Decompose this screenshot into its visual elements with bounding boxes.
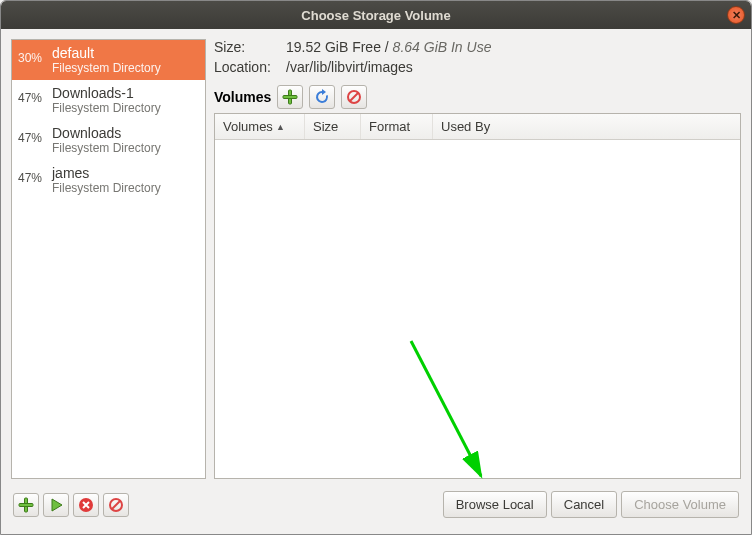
size-free: 19.52 GiB Free (286, 39, 381, 55)
pool-item-james[interactable]: 47% james Filesystem Directory (12, 160, 205, 200)
location-value: /var/lib/libvirt/images (286, 59, 413, 75)
pool-name: Downloads-1 (52, 85, 199, 101)
delete-pool-button[interactable] (103, 493, 129, 517)
browse-local-button[interactable]: Browse Local (443, 491, 547, 518)
pool-name: default (52, 45, 199, 61)
prohibit-icon (346, 89, 362, 105)
pool-usage: 47% (18, 165, 52, 185)
stop-pool-button[interactable] (73, 493, 99, 517)
pool-type: Filesystem Directory (52, 181, 199, 195)
size-used: 8.64 GiB In Use (393, 39, 492, 55)
volumes-label: Volumes (214, 89, 271, 105)
svg-line-8 (112, 501, 120, 509)
add-pool-button[interactable] (13, 493, 39, 517)
choose-volume-button: Choose Volume (621, 491, 739, 518)
close-icon[interactable]: ✕ (727, 6, 745, 24)
titlebar: Choose Storage Volume ✕ (1, 1, 751, 29)
cancel-button[interactable]: Cancel (551, 491, 617, 518)
svg-rect-1 (283, 96, 297, 99)
table-body (215, 140, 740, 478)
pool-usage: 47% (18, 85, 52, 105)
pool-name: Downloads (52, 125, 199, 141)
volumes-table: Volumes Size Format Used By (214, 113, 741, 479)
pool-type: Filesystem Directory (52, 61, 199, 75)
prohibit-icon (108, 497, 124, 513)
col-volumes[interactable]: Volumes (215, 114, 305, 139)
pool-name: james (52, 165, 199, 181)
start-pool-button[interactable] (43, 493, 69, 517)
pool-usage: 47% (18, 125, 52, 145)
pool-item-downloads1[interactable]: 47% Downloads-1 Filesystem Directory (12, 80, 205, 120)
col-usedby[interactable]: Used By (433, 114, 740, 139)
pool-type: Filesystem Directory (52, 141, 199, 155)
pool-list: 30% default Filesystem Directory 47% Dow… (11, 39, 206, 479)
pool-type: Filesystem Directory (52, 101, 199, 115)
svg-line-3 (350, 93, 358, 101)
delete-volume-button[interactable] (341, 85, 367, 109)
pool-info: Size: 19.52 GiB Free / 8.64 GiB In Use L… (214, 39, 741, 79)
svg-rect-5 (19, 503, 33, 506)
add-volume-button[interactable] (277, 85, 303, 109)
pool-item-downloads[interactable]: 47% Downloads Filesystem Directory (12, 120, 205, 160)
location-label: Location: (214, 59, 286, 75)
col-format[interactable]: Format (361, 114, 433, 139)
plus-icon (18, 497, 34, 513)
pool-item-default[interactable]: 30% default Filesystem Directory (12, 40, 205, 80)
window-title: Choose Storage Volume (301, 8, 450, 23)
size-label: Size: (214, 39, 286, 55)
pool-usage: 30% (18, 45, 52, 65)
col-size[interactable]: Size (305, 114, 361, 139)
refresh-icon (314, 89, 330, 105)
stop-icon (78, 497, 94, 513)
refresh-button[interactable] (309, 85, 335, 109)
play-icon (48, 497, 64, 513)
plus-icon (282, 89, 298, 105)
